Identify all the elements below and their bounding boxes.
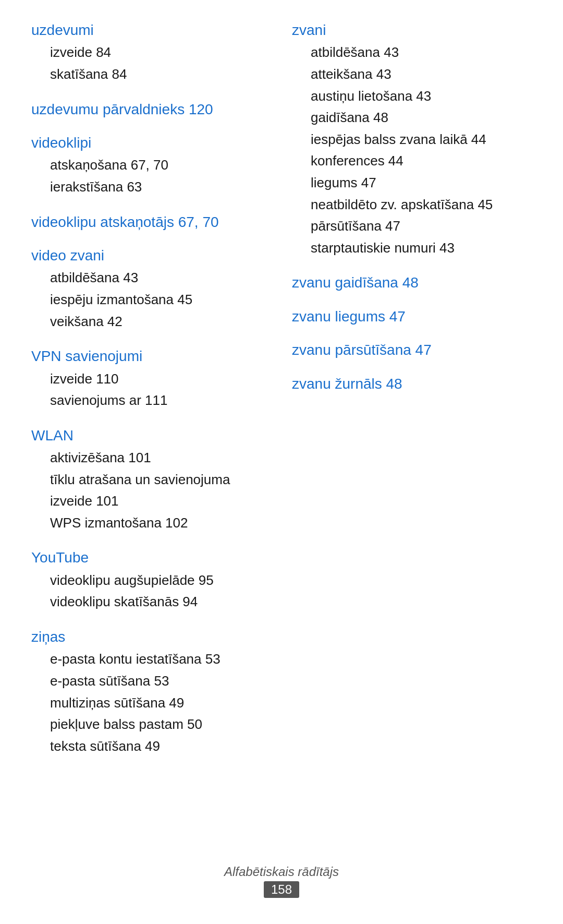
right-column: zvaniatbildēšana 43atteikšana 43austiņu … bbox=[282, 21, 532, 772]
index-subitem: atteikšana 43 bbox=[292, 64, 532, 86]
index-subitem: neatbildēto zv. apskatīšana 45 bbox=[292, 194, 532, 216]
index-subitem: aktivizēšana 101 bbox=[31, 447, 271, 469]
index-subitem: liegums 47 bbox=[292, 172, 532, 194]
index-subitem: multiziņas sūtīšana 49 bbox=[31, 692, 271, 714]
index-subitem: konferences 44 bbox=[292, 150, 532, 172]
index-subitem: pārsūtīšana 47 bbox=[292, 215, 532, 237]
index-subitem: skatīšana 84 bbox=[31, 64, 271, 86]
index-subitem: gaidīšana 48 bbox=[292, 107, 532, 129]
index-heading: videoklipi bbox=[31, 134, 271, 152]
index-section: zvanu pārsūtīšana 47 bbox=[292, 341, 532, 359]
index-subitem: videoklipu augšupielāde 95 bbox=[31, 570, 271, 592]
index-heading: zvanu žurnāls 48 bbox=[292, 375, 532, 393]
index-section: uzdevumu pārvaldnieks 120 bbox=[31, 100, 271, 119]
index-subitem: atskaņošana 67, 70 bbox=[31, 154, 271, 176]
index-subitem: veikšana 42 bbox=[31, 311, 271, 333]
index-heading: ziņas bbox=[31, 628, 271, 646]
index-subitem: piekļuve balss pastam 50 bbox=[31, 714, 271, 736]
index-subitem: starptautiskie numuri 43 bbox=[292, 237, 532, 259]
index-heading: videoklipu atskaņotājs 67, 70 bbox=[31, 213, 271, 232]
index-section: uzdevumiizveide 84skatīšana 84 bbox=[31, 21, 271, 86]
index-subitem: ierakstīšana 63 bbox=[31, 176, 271, 198]
index-section: zvanu žurnāls 48 bbox=[292, 375, 532, 393]
index-subitem: e-pasta sūtīšana 53 bbox=[31, 670, 271, 692]
index-section: zvanu liegums 47 bbox=[292, 307, 532, 326]
index-heading: zvanu gaidīšana 48 bbox=[292, 273, 532, 292]
index-heading: zvanu liegums 47 bbox=[292, 307, 532, 326]
index-subitem: izveide 84 bbox=[31, 42, 271, 64]
footer-label: Alfabētiskais rādītājs bbox=[0, 865, 563, 879]
index-heading: uzdevumu pārvaldnieks 120 bbox=[31, 100, 271, 119]
index-heading: zvani bbox=[292, 21, 532, 40]
index-subitem: iespēju izmantošana 45 bbox=[31, 289, 271, 311]
index-subitem: savienojums ar 111 bbox=[31, 390, 271, 412]
index-heading: uzdevumi bbox=[31, 21, 271, 40]
index-section: video zvaniatbildēšana 43iespēju izmanto… bbox=[31, 246, 271, 332]
index-section: zvaniatbildēšana 43atteikšana 43austiņu … bbox=[292, 21, 532, 259]
index-section: YouTubevideoklipu augšupielāde 95videokl… bbox=[31, 548, 271, 613]
index-subitem: izveide 110 bbox=[31, 368, 271, 390]
index-subitem: videoklipu skatīšanās 94 bbox=[31, 591, 271, 613]
index-subitem: tīklu atrašana un savienojuma izveide 10… bbox=[31, 469, 271, 512]
index-section: ziņase-pasta kontu iestatīšana 53e-pasta… bbox=[31, 628, 271, 757]
index-subitem: iespējas balss zvana laikā 44 bbox=[292, 129, 532, 151]
index-heading: WLAN bbox=[31, 426, 271, 445]
index-subitem: atbildēšana 43 bbox=[292, 42, 532, 64]
index-heading: video zvani bbox=[31, 246, 271, 265]
left-column: uzdevumiizveide 84skatīšana 84uzdevumu p… bbox=[31, 21, 282, 772]
index-subitem: WPS izmantošana 102 bbox=[31, 512, 271, 534]
footer: Alfabētiskais rādītājs 158 bbox=[0, 865, 563, 898]
index-heading: zvanu pārsūtīšana 47 bbox=[292, 341, 532, 359]
index-subitem: austiņu lietošana 43 bbox=[292, 86, 532, 107]
index-section: zvanu gaidīšana 48 bbox=[292, 273, 532, 292]
index-subitem: teksta sūtīšana 49 bbox=[31, 736, 271, 758]
index-heading: VPN savienojumi bbox=[31, 347, 271, 366]
index-section: WLANaktivizēšana 101tīklu atrašana un sa… bbox=[31, 426, 271, 534]
index-subitem: atbildēšana 43 bbox=[31, 267, 271, 289]
index-section: videoklipiatskaņošana 67, 70ierakstīšana… bbox=[31, 134, 271, 198]
footer-page: 158 bbox=[264, 881, 299, 898]
index-subitem: e-pasta kontu iestatīšana 53 bbox=[31, 649, 271, 670]
index-section: videoklipu atskaņotājs 67, 70 bbox=[31, 213, 271, 232]
index-container: uzdevumiizveide 84skatīšana 84uzdevumu p… bbox=[31, 21, 532, 772]
index-section: VPN savienojumiizveide 110savienojums ar… bbox=[31, 347, 271, 412]
index-heading: YouTube bbox=[31, 548, 271, 567]
